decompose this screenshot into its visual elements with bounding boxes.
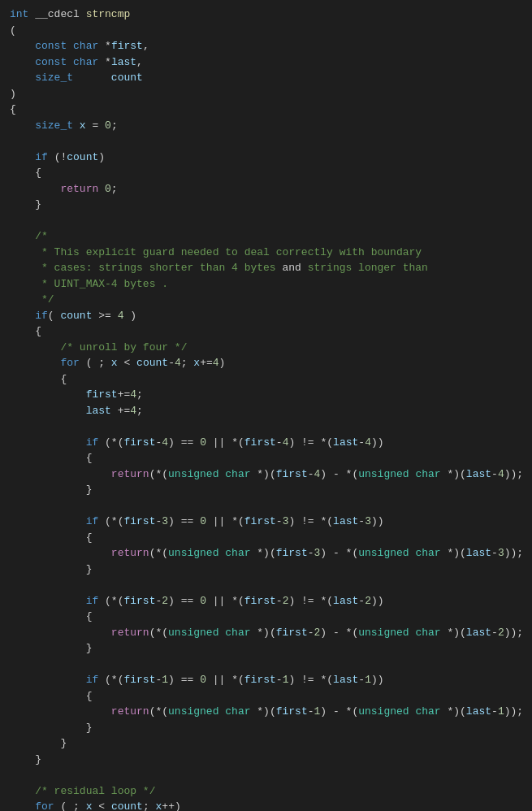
code-line: return 0;: [10, 181, 522, 197]
code-line: return(*(unsigned char *)(first-1) - *(u…: [10, 704, 522, 720]
code-line: {: [10, 450, 522, 466]
code-line: if (*(first-2) == 0 || *(first-2) != *(l…: [10, 593, 522, 609]
code-line: [10, 213, 522, 229]
code-line: {: [10, 609, 522, 625]
code-line: [10, 577, 522, 593]
code-viewer: int __cdecl strncmp ( const char *first,…: [0, 0, 532, 811]
code-line: * cases: strings shorter than 4 bytes an…: [10, 260, 522, 276]
code-line: size_t x = 0;: [10, 118, 522, 134]
code-line: const char *first,: [10, 38, 522, 54]
code-line: }: [10, 752, 522, 768]
code-line: ): [10, 86, 522, 102]
code-line: int __cdecl strncmp: [10, 7, 522, 23]
code-line: {: [10, 530, 522, 546]
code-line: [10, 767, 522, 783]
code-line: {: [10, 371, 522, 388]
code-line: [10, 419, 522, 435]
code-line: if (*(first-1) == 0 || *(first-1) != *(l…: [10, 672, 522, 688]
code-line: /*: [10, 228, 522, 245]
code-line: * This explicit guard needed to deal cor…: [10, 245, 522, 261]
code-line: if (*(first-4) == 0 || *(first-4) != *(l…: [10, 435, 522, 451]
code-line: [10, 498, 522, 514]
code-line: for ( ; x < count-4; x+=4): [10, 355, 522, 371]
code-line: [10, 133, 522, 150]
code-line: {: [10, 323, 522, 340]
code-line: for ( ; x < count; x++): [10, 799, 522, 811]
code-line: * UINT_MAX-4 bytes .: [10, 276, 522, 293]
code-line: /* unroll by four */: [10, 340, 522, 356]
code-line: {: [10, 165, 522, 181]
code-line: if (!count): [10, 150, 522, 166]
code-line: if (*(first-3) == 0 || *(first-3) != *(l…: [10, 514, 522, 530]
code-line: }: [10, 720, 522, 736]
code-line: }: [10, 562, 522, 578]
code-line: /* residual loop */: [10, 783, 522, 800]
code-line: {: [10, 688, 522, 705]
code-line: (: [10, 23, 522, 39]
code-line: {: [10, 102, 522, 118]
code-line: const char *last,: [10, 54, 522, 71]
code-line: }: [10, 482, 522, 498]
code-line: return(*(unsigned char *)(first-4) - *(u…: [10, 466, 522, 483]
code-line: }: [10, 640, 522, 657]
code-line: }: [10, 197, 522, 213]
code-line: */: [10, 292, 522, 308]
code-line: size_t count: [10, 70, 522, 86]
code-line: [10, 657, 522, 673]
code-line: last +=4;: [10, 403, 522, 419]
code-line: first+=4;: [10, 387, 522, 403]
code-line: return(*(unsigned char *)(first-2) - *(u…: [10, 625, 522, 641]
code-line: return(*(unsigned char *)(first-3) - *(u…: [10, 545, 522, 562]
code-line: }: [10, 735, 522, 752]
code-line: if( count >= 4 ): [10, 308, 522, 324]
